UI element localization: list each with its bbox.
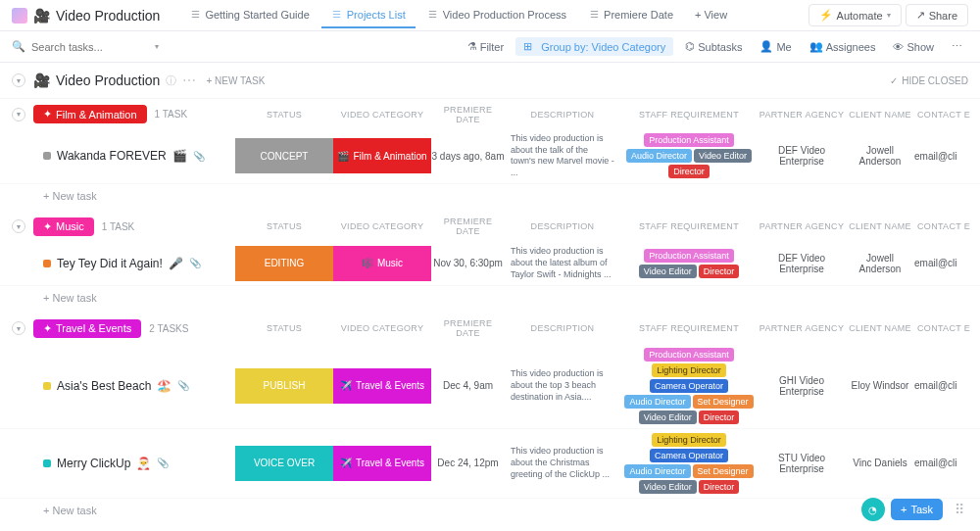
client-cell[interactable]: Eloy Windsor xyxy=(846,380,914,391)
agency-cell[interactable]: GHI Video Enterprise xyxy=(758,375,846,397)
task-name[interactable]: Tey Tey Did it Again! 🎤 📎 xyxy=(0,257,235,270)
task-row[interactable]: Wakanda FOREVER 🎬 📎CONCEPT🎬Film & Animat… xyxy=(0,129,980,184)
group-pill[interactable]: ✦Travel & Events xyxy=(33,319,141,338)
new-task-link[interactable]: + New task xyxy=(0,499,980,522)
staff-cell[interactable]: Production AssistantLighting DirectorCam… xyxy=(620,344,758,428)
group-pill[interactable]: ✦Music xyxy=(33,217,94,236)
column-header[interactable]: CLIENT NAME xyxy=(846,221,914,231)
status-cell[interactable]: CONCEPT xyxy=(235,138,333,173)
column-header[interactable]: STATUS xyxy=(235,110,333,120)
staff-cell[interactable]: Lighting DirectorCamera OperatorAudio Di… xyxy=(620,429,758,498)
column-header[interactable]: PREMIERE DATE xyxy=(431,318,505,338)
hide-closed-toggle[interactable]: ✓ HIDE CLOSED xyxy=(890,75,968,86)
column-header[interactable]: DESCRIPTION xyxy=(505,110,620,120)
contact-cell[interactable]: email@cli xyxy=(914,258,973,268)
status-cell[interactable]: PUBLISH xyxy=(235,368,333,404)
category-cell[interactable]: ✈️Travel & Events xyxy=(333,446,431,481)
task-row[interactable]: Merry ClickUp 🎅 📎VOICE OVER✈️Travel & Ev… xyxy=(0,429,980,499)
more-icon[interactable]: ⋯ xyxy=(182,72,196,88)
nav-tab[interactable]: ☰Projects List xyxy=(321,3,416,28)
collapse-group-button[interactable]: ▾ xyxy=(12,219,25,233)
task-name[interactable]: Merry ClickUp 🎅 📎 xyxy=(0,457,235,470)
column-header[interactable]: STATUS xyxy=(235,221,333,231)
grip-handle[interactable]: ⠿ xyxy=(949,502,970,517)
category-cell[interactable]: 🎬Film & Animation xyxy=(333,138,431,173)
category-cell[interactable]: ✈️Travel & Events xyxy=(333,368,431,404)
filter-button[interactable]: ⚗Filter xyxy=(462,37,510,56)
column-header[interactable]: STATUS xyxy=(235,323,333,333)
me-button[interactable]: 👤Me xyxy=(754,37,797,56)
agency-cell[interactable]: DEF Video Enterprise xyxy=(758,253,846,274)
column-header[interactable]: PARTNER AGENCY xyxy=(758,221,846,231)
client-cell[interactable]: Jowell Anderson xyxy=(846,253,914,274)
column-header[interactable]: DESCRIPTION xyxy=(505,323,620,333)
column-header[interactable]: DESCRIPTION xyxy=(505,221,620,231)
new-task-link[interactable]: + New task xyxy=(0,184,980,208)
search-input[interactable] xyxy=(31,41,149,53)
staff-cell[interactable]: Production AssistantAudio DirectorVideo … xyxy=(620,129,758,182)
group-pill[interactable]: ✦Film & Animation xyxy=(33,105,147,123)
new-task-link[interactable]: + New task xyxy=(0,286,980,310)
collapse-group-button[interactable]: ▾ xyxy=(12,108,25,121)
task-row[interactable]: Asia's Best Beach 🏖️ 📎PUBLISH✈️Travel & … xyxy=(0,344,980,429)
column-header[interactable]: CONTACT E xyxy=(914,110,973,120)
premiere-cell[interactable]: Nov 30, 6:30pm xyxy=(431,258,505,268)
client-cell[interactable]: Vinc Daniels xyxy=(846,458,914,468)
status-cell[interactable]: EDITING xyxy=(235,246,333,281)
premiere-cell[interactable]: Dec 24, 12pm xyxy=(431,458,505,468)
task-name[interactable]: Asia's Best Beach 🏖️ 📎 xyxy=(0,379,235,393)
nav-tab[interactable]: ☰Getting Started Guide xyxy=(179,3,318,28)
description-cell[interactable]: This video production is about the top 3… xyxy=(505,364,620,407)
chevron-down-icon[interactable]: ▾ xyxy=(155,42,159,51)
attachment-icon[interactable]: 📎 xyxy=(189,258,201,268)
new-task-fab[interactable]: +Task xyxy=(891,499,943,520)
assignees-button[interactable]: 👥Assignees xyxy=(804,37,882,56)
description-cell[interactable]: This video production is about the Chris… xyxy=(505,442,620,484)
column-header[interactable]: CLIENT NAME xyxy=(846,323,914,333)
new-task-button[interactable]: + NEW TASK xyxy=(206,75,265,86)
share-button[interactable]: ↗ Share xyxy=(906,4,968,26)
column-header[interactable]: PREMIERE DATE xyxy=(431,105,505,124)
description-cell[interactable]: This video production is about the lates… xyxy=(505,242,620,284)
info-icon[interactable]: ⓘ xyxy=(166,73,176,88)
collapse-group-button[interactable]: ▾ xyxy=(12,321,25,335)
collapse-all-button[interactable]: ▾ xyxy=(12,73,25,87)
premiere-cell[interactable]: Dec 4, 9am xyxy=(431,380,505,391)
attachment-icon[interactable]: 📎 xyxy=(177,380,189,391)
column-header[interactable]: CLIENT NAME xyxy=(846,110,914,120)
task-row[interactable]: Tey Tey Did it Again! 🎤 📎EDITING🎼MusicNo… xyxy=(0,242,980,286)
contact-cell[interactable]: email@cli xyxy=(914,458,973,468)
contact-cell[interactable]: email@cli xyxy=(914,380,973,391)
column-header[interactable]: CONTACT E xyxy=(914,323,973,333)
description-cell[interactable]: This video production is about the talk … xyxy=(505,129,620,183)
agency-cell[interactable]: STU Video Enterprise xyxy=(758,453,846,474)
column-header[interactable]: VIDEO CATEGORY xyxy=(333,110,431,120)
nav-tab[interactable]: ☰Video Production Process xyxy=(417,3,576,28)
more-button[interactable]: ⋯ xyxy=(946,37,968,56)
search-box[interactable]: 🔍 ▾ xyxy=(12,40,462,53)
premiere-cell[interactable]: 3 days ago, 8am xyxy=(431,151,505,162)
column-header[interactable]: PARTNER AGENCY xyxy=(758,110,846,120)
column-header[interactable]: VIDEO CATEGORY xyxy=(333,221,431,231)
timer-fab[interactable]: ◔ xyxy=(861,498,885,521)
column-header[interactable]: PARTNER AGENCY xyxy=(758,323,846,333)
task-name[interactable]: Wakanda FOREVER 🎬 📎 xyxy=(0,149,235,163)
category-cell[interactable]: 🎼Music xyxy=(333,246,431,281)
group-by-button[interactable]: ⊞ Group by: Video Category xyxy=(515,37,673,56)
contact-cell[interactable]: email@cli xyxy=(914,151,973,162)
column-header[interactable]: PREMIERE DATE xyxy=(431,217,505,236)
column-header[interactable]: STAFF REQUIREMENT xyxy=(620,221,758,231)
staff-cell[interactable]: Production AssistantVideo EditorDirector xyxy=(620,245,758,282)
column-header[interactable]: STAFF REQUIREMENT xyxy=(620,110,758,120)
nav-tab[interactable]: ☰Premiere Date xyxy=(578,3,683,28)
column-header[interactable]: STAFF REQUIREMENT xyxy=(620,323,758,333)
column-header[interactable]: CONTACT E xyxy=(914,221,973,231)
subtasks-button[interactable]: ⌬Subtasks xyxy=(679,37,748,56)
automate-button[interactable]: ⚡ Automate ▾ xyxy=(808,4,902,26)
client-cell[interactable]: Jowell Anderson xyxy=(846,145,914,167)
attachment-icon[interactable]: 📎 xyxy=(157,458,169,468)
show-button[interactable]: 👁Show xyxy=(887,38,940,56)
column-header[interactable]: VIDEO CATEGORY xyxy=(333,323,431,333)
attachment-icon[interactable]: 📎 xyxy=(193,151,205,162)
nav-tab[interactable]: + View xyxy=(685,3,737,28)
